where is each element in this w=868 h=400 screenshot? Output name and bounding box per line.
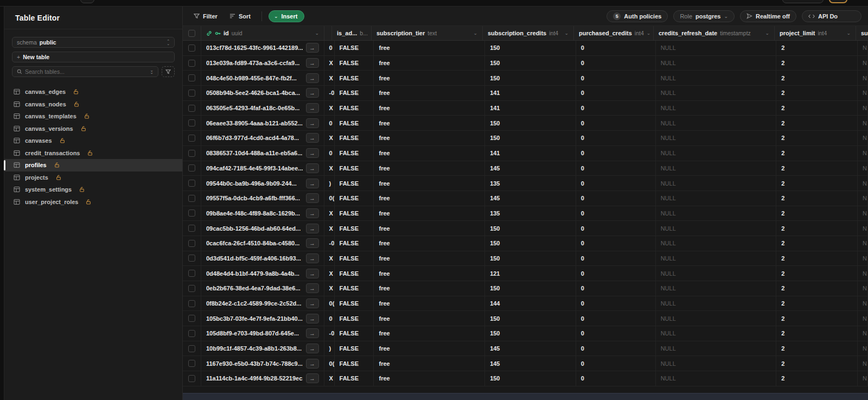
- project-limit-cell[interactable]: 2: [776, 296, 858, 311]
- is-admin-cell[interactable]: FALSE: [335, 341, 374, 356]
- column-header-project-limit[interactable]: project_limit int4 ⌄: [775, 26, 856, 40]
- sidebar-item-projects[interactable]: projects: [4, 172, 182, 184]
- project-limit-cell[interactable]: 2: [776, 356, 858, 371]
- credits-refresh-date-cell[interactable]: NULL: [656, 371, 777, 386]
- is-admin-cell[interactable]: FALSE: [335, 56, 374, 71]
- clipped-cell[interactable]: X: [324, 56, 335, 71]
- subscription-tier-cell[interactable]: free: [374, 236, 485, 251]
- row-checkbox[interactable]: [188, 209, 195, 217]
- clipped-cell[interactable]: -0: [324, 236, 335, 251]
- expand-row-button[interactable]: →: [306, 58, 319, 68]
- filter-tables-button[interactable]: [162, 66, 175, 77]
- project-limit-cell[interactable]: 2: [776, 326, 858, 341]
- subscription-credits-cell[interactable]: 145: [485, 161, 576, 176]
- row-checkbox[interactable]: [188, 195, 195, 202]
- purchased-credits-cell[interactable]: 0: [576, 116, 656, 130]
- clipped-cell[interactable]: -0: [324, 86, 335, 100]
- expand-row-button[interactable]: →: [306, 208, 319, 218]
- id-cell[interactable]: 09544b0c-ba9b-496a-9b09-244... →: [201, 176, 324, 191]
- purchased-credits-cell[interactable]: 0: [576, 236, 656, 251]
- clipped-cell[interactable]: 0(: [324, 191, 335, 206]
- column-header-purchased-credits[interactable]: purchased_credits int4 ⌄: [574, 26, 654, 40]
- is-admin-cell[interactable]: FALSE: [335, 236, 374, 251]
- row-checkbox[interactable]: [188, 105, 195, 112]
- clipped-cell[interactable]: 0: [324, 116, 335, 130]
- purchased-credits-cell[interactable]: 0: [576, 131, 656, 145]
- id-cell[interactable]: 09b8ae4e-f48c-4f89-8a8c-1629b... →: [201, 206, 324, 221]
- credits-refresh-date-cell[interactable]: NULL: [656, 281, 777, 296]
- credits-refresh-date-cell[interactable]: NULL: [656, 41, 777, 55]
- is-admin-cell[interactable]: FALSE: [335, 221, 374, 236]
- row-checkbox[interactable]: [188, 240, 195, 247]
- clipped-cell[interactable]: X: [324, 161, 335, 176]
- chevron-down-icon[interactable]: ⌄: [564, 30, 569, 36]
- clipped-last-cell[interactable]: N: [858, 191, 868, 206]
- purchased-credits-cell[interactable]: 0: [576, 86, 656, 100]
- id-cell[interactable]: 11a114cb-1a4c-49f4-9b28-52219ec... →: [201, 371, 324, 386]
- is-admin-cell[interactable]: FALSE: [335, 191, 374, 206]
- clipped-last-cell[interactable]: N: [858, 371, 868, 386]
- is-admin-cell[interactable]: FALSE: [335, 266, 374, 281]
- expand-row-button[interactable]: →: [306, 299, 319, 308]
- purchased-credits-cell[interactable]: 0: [576, 251, 656, 266]
- row-checkbox[interactable]: [188, 74, 195, 81]
- clipped-cell[interactable]: X: [324, 131, 335, 145]
- id-cell[interactable]: 013e039a-fd89-473a-a3c6-ccfa9... →: [201, 56, 324, 71]
- credits-refresh-date-cell[interactable]: NULL: [656, 86, 777, 100]
- id-cell[interactable]: 06f6b7d3-977d-4cd0-acd4-4a78... →: [201, 131, 324, 145]
- clipped-cell[interactable]: X: [324, 281, 335, 296]
- subscription-tier-cell[interactable]: free: [374, 266, 485, 281]
- project-limit-cell[interactable]: 2: [776, 56, 858, 71]
- purchased-credits-cell[interactable]: 0: [576, 341, 656, 356]
- clipped-cell[interactable]: X: [324, 71, 335, 85]
- row-checkbox[interactable]: [188, 60, 195, 67]
- credits-refresh-date-cell[interactable]: NULL: [656, 326, 777, 341]
- clipped-cell[interactable]: 0: [324, 311, 335, 326]
- subscription-tier-cell[interactable]: free: [374, 41, 485, 55]
- is-admin-cell[interactable]: FALSE: [335, 41, 374, 55]
- subscription-credits-cell[interactable]: 145: [485, 191, 576, 206]
- chevron-down-icon[interactable]: ⌄: [647, 30, 651, 36]
- expand-row-button[interactable]: →: [306, 373, 319, 383]
- credits-refresh-date-cell[interactable]: NULL: [656, 311, 777, 326]
- subscription-tier-cell[interactable]: free: [374, 311, 485, 326]
- chevron-down-icon[interactable]: ⌄: [846, 30, 851, 36]
- subscription-tier-cell[interactable]: free: [374, 296, 485, 311]
- clipped-cell[interactable]: X: [324, 371, 335, 386]
- clipped-last-cell[interactable]: N: [858, 266, 868, 281]
- subscription-credits-cell[interactable]: 141: [485, 101, 576, 116]
- expand-row-button[interactable]: →: [306, 118, 319, 128]
- subscription-tier-cell[interactable]: free: [374, 191, 485, 206]
- role-select-button[interactable]: Role postgres ⌄: [673, 10, 735, 22]
- column-header-is-admin[interactable]: is_ad... b... ⌄: [332, 26, 372, 40]
- column-header-clipped-su[interactable]: su: [856, 26, 868, 40]
- subscription-credits-cell[interactable]: 141: [485, 86, 576, 100]
- column-header-subscription-credits[interactable]: subscription_credits int4 ⌄: [483, 26, 574, 40]
- clipped-last-cell[interactable]: N: [858, 116, 868, 130]
- id-cell[interactable]: 09cac5bb-1256-46bd-ab60-64ed... →: [201, 221, 324, 236]
- column-header-clipped[interactable]: [324, 26, 332, 40]
- clipped-last-cell[interactable]: N: [858, 41, 868, 55]
- id-cell[interactable]: 0eb2b676-38ed-4ea7-9dad-38e6... →: [201, 281, 324, 296]
- id-cell[interactable]: 0f8b24e2-c1c2-4589-99ce-2c52d... →: [201, 296, 324, 311]
- clipped-cell[interactable]: X: [324, 101, 335, 116]
- row-checkbox[interactable]: [188, 135, 195, 142]
- row-checkbox[interactable]: [188, 360, 195, 367]
- sort-button[interactable]: Sort: [225, 10, 255, 22]
- subscription-tier-cell[interactable]: free: [374, 101, 485, 116]
- clipped-cell[interactable]: 0(: [324, 356, 335, 371]
- expand-row-button[interactable]: →: [306, 148, 319, 158]
- expand-row-button[interactable]: →: [306, 253, 319, 263]
- subscription-tier-cell[interactable]: free: [374, 56, 485, 71]
- subscription-credits-cell[interactable]: 145: [485, 356, 576, 371]
- row-checkbox[interactable]: [188, 45, 195, 52]
- expand-row-button[interactable]: →: [306, 328, 319, 338]
- project-limit-cell[interactable]: 2: [776, 161, 858, 176]
- sidebar-item-canvas_edges[interactable]: canvas_edges: [4, 86, 182, 98]
- id-cell[interactable]: 105d8bf9-e703-49bd-807d-645e... →: [201, 326, 324, 341]
- is-admin-cell[interactable]: FALSE: [335, 371, 374, 386]
- purchased-credits-cell[interactable]: 0: [576, 56, 656, 71]
- column-header-credits-refresh-date[interactable]: credits_refresh_date timestamptz ⌄: [654, 26, 775, 40]
- is-admin-cell[interactable]: FALSE: [335, 71, 374, 85]
- credits-refresh-date-cell[interactable]: NULL: [656, 296, 777, 311]
